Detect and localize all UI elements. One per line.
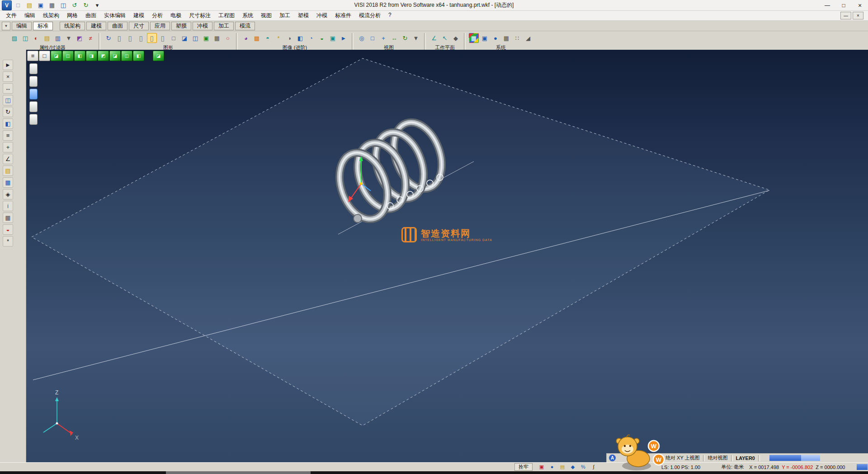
multi-view-icon[interactable]: ◫ <box>190 33 200 43</box>
ribbon-tab[interactable]: 曲面 <box>108 22 127 30</box>
settings-icon[interactable]: * <box>3 236 13 246</box>
layer-indicator[interactable]: LAYER0 <box>736 455 755 461</box>
select-icon[interactable]: ► <box>3 60 13 70</box>
filter-others-icon[interactable] <box>29 114 38 125</box>
back-view-icon[interactable]: ◪ <box>109 51 121 61</box>
texture-icon[interactable]: ▩ <box>252 33 262 43</box>
close-button[interactable]: × <box>852 0 868 10</box>
section-icon[interactable]: ◧ <box>295 33 305 43</box>
box-display-icon[interactable]: □ <box>169 33 179 43</box>
undo-icon[interactable]: ↺ <box>70 0 80 10</box>
menu-item[interactable]: 模流分析 <box>356 11 384 20</box>
pan-icon[interactable]: ↔ <box>389 33 399 43</box>
filter-surfaces-icon[interactable] <box>29 89 38 100</box>
view-mode-indicator[interactable]: 绝对 XY 上视图 <box>665 455 700 461</box>
mode-tab[interactable]: 标准 <box>33 22 53 30</box>
environment-icon[interactable]: ◒ <box>317 33 327 43</box>
restore-button[interactable]: □ <box>835 0 852 10</box>
shaded-edges-icon[interactable]: ▯ <box>147 33 157 43</box>
menu-item[interactable]: 建模 <box>130 11 147 20</box>
minimize-button[interactable]: — <box>819 0 835 10</box>
options-icon[interactable]: ◆ <box>568 463 577 471</box>
attribute-copy-icon[interactable]: ◫ <box>20 33 30 43</box>
paint-icon[interactable]: ◒ <box>3 224 13 235</box>
slope-analysis-icon[interactable]: ◢ <box>523 33 533 43</box>
zoom-window-icon[interactable]: □ <box>368 33 377 43</box>
animation-icon[interactable]: ► <box>339 33 349 43</box>
type-filter-icon[interactable]: ▥ <box>53 33 63 43</box>
info-icon[interactable]: i <box>3 201 13 211</box>
percent-icon[interactable]: % <box>579 463 588 471</box>
menu-item[interactable]: 冲模 <box>313 11 330 20</box>
copy-icon[interactable]: ◫ <box>3 95 13 105</box>
transparency-icon[interactable]: ◔ <box>306 33 316 43</box>
workplane-align-icon[interactable]: ↖ <box>440 33 450 43</box>
rotate-view-icon[interactable]: ↻ <box>400 33 410 43</box>
menu-item[interactable]: 塑模 <box>295 11 312 20</box>
mdi-minimize-button[interactable]: — <box>840 12 851 19</box>
layers-icon[interactable]: ▤ <box>3 166 13 176</box>
workplane-create-icon[interactable]: ∠ <box>429 33 439 43</box>
menu-item[interactable]: 编辑 <box>21 11 38 20</box>
ribbon-tab[interactable]: 应用 <box>150 22 170 30</box>
filter-solids-icon[interactable] <box>29 101 38 112</box>
clear-display-icon[interactable]: ○ <box>223 33 233 43</box>
menu-item[interactable]: 实体编辑 <box>101 11 129 20</box>
ribbon-tab[interactable]: 线架构 <box>60 22 85 30</box>
capture-icon[interactable]: ● <box>547 463 557 471</box>
lights-icon[interactable]: * <box>274 33 283 43</box>
menu-item[interactable]: 加工 <box>276 11 293 20</box>
quick-access-dropdown-icon[interactable]: ▾ <box>92 0 102 10</box>
group-icon[interactable]: ▦ <box>3 177 13 188</box>
print-icon[interactable]: ▦ <box>47 0 57 10</box>
advanced-render-icon[interactable]: ◕ <box>241 33 251 43</box>
front-view-icon[interactable]: ◧ <box>74 51 85 61</box>
layer-filter-icon[interactable]: ▤ <box>42 33 52 43</box>
snap-lock-button[interactable]: 拴牢 <box>514 463 533 471</box>
erase-icon[interactable]: × <box>3 71 13 82</box>
right-view-icon[interactable]: ◨ <box>86 51 97 61</box>
visi-logo[interactable]: V <box>2 0 12 10</box>
menu-item[interactable]: ? <box>385 11 395 20</box>
snapshot-icon[interactable]: ▣ <box>328 33 338 43</box>
mode-tab[interactable]: 编辑 <box>12 22 32 30</box>
prompt-window-icon[interactable]: ▣ <box>537 463 546 471</box>
filter-reset-icon[interactable]: ≠ <box>85 33 95 43</box>
shading-mode-icon[interactable]: □ <box>39 51 50 61</box>
spreadsheet-icon[interactable]: ▦ <box>501 33 511 43</box>
wireframe-display-icon[interactable]: ▯ <box>114 33 124 43</box>
dynamic-view-icon[interactable]: ◪ <box>153 51 164 61</box>
selection-mask-icon[interactable]: ◩ <box>75 33 85 43</box>
rotate-icon[interactable]: ↻ <box>3 107 13 117</box>
explode-icon[interactable]: ◈ <box>3 189 13 199</box>
menu-item[interactable]: 系统 <box>239 11 256 20</box>
ribbon-tab[interactable]: 加工 <box>214 22 234 30</box>
view-menu-icon[interactable]: ≡ <box>27 51 38 61</box>
color-table-icon[interactable]: ▦ <box>469 33 479 43</box>
shaded-display-icon[interactable]: ▯ <box>136 33 146 43</box>
menu-item[interactable]: 分析 <box>149 11 166 20</box>
draft-display-icon[interactable]: ◪ <box>179 33 189 43</box>
mirror-icon[interactable]: ◧ <box>3 118 13 129</box>
filter-points-icon[interactable] <box>29 63 38 74</box>
measure-icon[interactable]: ∠ <box>3 154 13 164</box>
hidden-line-icon[interactable]: ▯ <box>125 33 135 43</box>
point-cloud-icon[interactable]: ∷ <box>512 33 522 43</box>
materials-icon[interactable]: ◓ <box>263 33 273 43</box>
save-icon[interactable]: ▣ <box>36 0 46 10</box>
ribbon-tab[interactable]: 建模 <box>86 22 106 30</box>
quick-filter-icon[interactable]: ▼ <box>64 33 74 43</box>
zoom-in-icon[interactable]: + <box>378 33 388 43</box>
workplane-settings-icon[interactable]: ◆ <box>451 33 461 43</box>
mdi-close-button[interactable]: × <box>853 12 863 19</box>
axono-view-icon[interactable]: ◧ <box>133 51 144 61</box>
menu-item[interactable]: 文件 <box>3 11 20 20</box>
left-view-icon[interactable]: ◩ <box>98 51 109 61</box>
spline-icon[interactable]: ∫ <box>589 463 598 471</box>
globe-icon[interactable]: ● <box>491 33 500 43</box>
ribbon-tab[interactable]: 尺寸 <box>129 22 149 30</box>
view-type-indicator[interactable]: 绝对视图 <box>708 455 728 461</box>
iso-view-icon[interactable]: ◪ <box>51 51 62 61</box>
menu-item[interactable]: 电极 <box>167 11 184 20</box>
menu-item[interactable]: 尺寸标注 <box>186 11 214 20</box>
